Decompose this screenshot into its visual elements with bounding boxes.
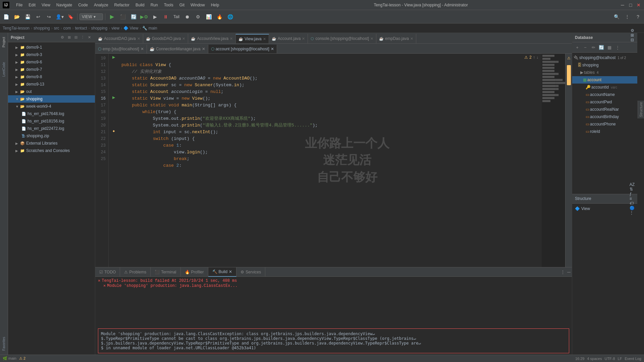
tab-empDao[interactable]: ☕ empDao.java ✕	[376, 34, 416, 43]
toolbar-profile[interactable]: 🔥	[215, 12, 224, 21]
struct-az-btn[interactable]: AZ	[630, 182, 635, 187]
tab2-close-account[interactable]: ✕	[271, 47, 274, 51]
build-fail-item[interactable]: ✕ TengTai-lesson: build failed At 2021/1…	[98, 278, 569, 283]
tab-problems[interactable]: ⚠ Problems	[120, 267, 151, 277]
tree-item-demo9-3[interactable]: ▶ 📁 demo9-3	[8, 51, 95, 58]
tree-item-external-libs[interactable]: ▶ 📦 External Libraries	[8, 140, 95, 147]
project-expand-btn[interactable]: ⊞	[66, 35, 72, 41]
menu-window[interactable]: Window	[188, 2, 208, 8]
struct-sort-btn[interactable]: ⇅	[630, 187, 635, 192]
tab-profiler[interactable]: 🔥 Profiler	[181, 267, 208, 277]
toolbar-undo[interactable]: ↩	[34, 12, 43, 21]
db-more-btn2[interactable]: ⋮	[614, 44, 621, 51]
toolbar-new-file[interactable]: 📄	[1, 12, 11, 21]
tab-close-Account[interactable]: ✕	[302, 37, 305, 41]
tab-todo[interactable]: ☑ TODO	[95, 267, 120, 277]
tree-item-demo9-7[interactable]: ▶ 📁 demo9-7	[8, 66, 95, 73]
db-shopping[interactable]: 🗄 shopping	[572, 61, 637, 69]
db-field-accountPhone[interactable]: ▭ accountPhone	[572, 120, 637, 128]
tree-item-demo9-6[interactable]: ▶ 📁 demo9-6	[8, 58, 95, 66]
db-connection[interactable]: 🔌 shopping@localhost 1 of 2	[572, 54, 637, 61]
tab2-emp-stu[interactable]: ⬡ emp [stu@localhost] ✕	[95, 45, 147, 53]
toolbar-settings[interactable]: ⋮	[623, 12, 632, 21]
db-expand-btn[interactable]: ⊞	[631, 33, 635, 38]
toolbar-user[interactable]: 👤▾	[55, 12, 64, 21]
tree-item-shopping-zip[interactable]: 🗜 shopping.zip	[8, 132, 95, 140]
db-field-accountRealNar[interactable]: ▭ accountRealNar	[572, 106, 637, 113]
toolbar-debug-config[interactable]: ⚙	[193, 12, 203, 21]
tree-item-demo9-13[interactable]: ▶ 📁 demo9-13	[8, 81, 95, 88]
project-settings-btn[interactable]: ⚙	[59, 35, 65, 41]
code-editor[interactable]: 10 11 12 13 14 15 16 17 18 19 20 21 22 2…	[95, 54, 565, 267]
toolbar-coverage[interactable]: ▶⚙	[140, 12, 149, 21]
toolbar-translate[interactable]: 🌐	[225, 12, 235, 21]
db-edit-btn[interactable]: ✏	[590, 44, 597, 51]
tab-close-AccountView[interactable]: ✕	[230, 37, 233, 41]
db-field-accountBirthday[interactable]: ▭ accountBirthday	[572, 113, 637, 120]
toolbar-help[interactable]: ?	[633, 12, 643, 21]
menu-build[interactable]: Build	[133, 2, 147, 8]
tree-item-scratches[interactable]: ▶ 📁 Scratches and Consoles	[8, 147, 95, 154]
db-field-accountPwd[interactable]: ▭ accountPwd	[572, 98, 637, 106]
bc-view-class[interactable]: 🔷 View	[123, 26, 138, 31]
vtab-project[interactable]: Project	[1, 34, 6, 50]
toolbar-redo[interactable]: ↪	[44, 12, 54, 21]
tab2-ConnectionManager[interactable]: ☕ ConnectionManager.java ✕	[147, 45, 208, 53]
build-module-error[interactable]: ✕ Module 'shopping' production: java.lan…	[98, 283, 569, 288]
bc-main-method[interactable]: 🔧 main	[142, 26, 157, 31]
bottom-minimize-btn[interactable]: ─	[566, 269, 572, 275]
menu-navigate[interactable]: Navigate	[54, 2, 75, 8]
tab-close-AccountDAO[interactable]: ✕	[137, 37, 140, 41]
run-gutter-10[interactable]: ▶	[109, 54, 119, 60]
toolbar-run-green[interactable]: ▶	[107, 12, 117, 21]
tree-item-out[interactable]: ▶ 📂 out	[8, 88, 95, 95]
tab2-close-conn[interactable]: ✕	[202, 47, 205, 51]
db-field-roleId[interactable]: ▭ roleId	[572, 128, 637, 135]
strip-btn-1[interactable]: ⚠	[566, 55, 572, 61]
db-field-accountId[interactable]: 🔑 accountId varc	[572, 84, 637, 91]
tab-close-View[interactable]: ✕	[263, 37, 266, 41]
toolbar-bookmark[interactable]: 🔖	[66, 12, 75, 21]
db-table-btn[interactable]: ▦	[606, 44, 613, 51]
build-tab-close[interactable]: ✕	[229, 269, 232, 274]
bc-com[interactable]: com	[63, 26, 71, 31]
toolbar-coverage2[interactable]: 📊	[204, 12, 213, 21]
db-add-btn[interactable]: +	[574, 44, 581, 51]
menu-run[interactable]: Run	[148, 2, 161, 8]
code-content[interactable]: public class View { // 实例化对象 static Acco…	[119, 54, 542, 267]
tree-item-demo9-8[interactable]: ▶ 📁 demo9-8	[8, 73, 95, 81]
menu-tools[interactable]: Tools	[161, 2, 176, 8]
sb-event-log[interactable]: Event Log	[625, 357, 641, 361]
tab-View[interactable]: ☕ View.java ✕	[236, 34, 269, 43]
sb-git[interactable]: 🌿 main	[3, 356, 16, 361]
toolbar-suspend[interactable]: ⏸	[161, 12, 170, 21]
toolbar-tail[interactable]: Tail	[172, 12, 181, 21]
bc-shopping[interactable]: shopping	[34, 26, 50, 31]
tab-close-GoodsDAO[interactable]: ✕	[182, 37, 185, 41]
tree-item-demo9-1[interactable]: ▶ 📁 demo9-1	[8, 44, 95, 51]
vtab-leetcode[interactable]: LeetCode	[1, 59, 6, 79]
run-gutter-16[interactable]: ▶	[109, 94, 119, 101]
struct-list-btn[interactable]: ≡	[630, 196, 635, 201]
struct-more-btn[interactable]: ⋮	[630, 210, 635, 215]
tab-Account[interactable]: ☕ Account.java ✕	[269, 34, 308, 43]
db-refresh-btn[interactable]: 🔄	[598, 44, 605, 51]
toolbar-stop-red[interactable]: ⬛	[118, 12, 127, 21]
struct-func-btn[interactable]: ƒ	[630, 192, 635, 196]
tree-item-week-work9-4[interactable]: ▼ 📂 week-work9-4	[8, 103, 95, 110]
tab-build[interactable]: 🔨 Build ✕	[208, 267, 237, 277]
tab-close-console[interactable]: ✕	[370, 37, 373, 41]
db-field-accountName[interactable]: ▭ accountName	[572, 91, 637, 98]
tree-item-hs1[interactable]: 📄 hs_err_pid17648.log	[8, 110, 95, 117]
db-minus-btn[interactable]: −	[582, 44, 589, 51]
struct-view-class[interactable]: 🔷 View	[574, 205, 636, 212]
project-close-btn[interactable]: ✕	[86, 35, 92, 41]
tree-item-shopping[interactable]: ▼ 📂 shopping	[8, 95, 95, 103]
bc-view-folder[interactable]: view	[111, 26, 119, 31]
tab-services[interactable]: ⚙ Services	[236, 267, 265, 277]
menu-code[interactable]: Code	[75, 2, 91, 8]
menu-view[interactable]: View	[39, 2, 53, 8]
toolbar-view-dropdown[interactable]: VIEW ▾	[79, 13, 103, 20]
toolbar-breakpoints[interactable]: ⏺	[182, 12, 192, 21]
struct-tag-btn[interactable]: 🏷	[630, 201, 635, 206]
